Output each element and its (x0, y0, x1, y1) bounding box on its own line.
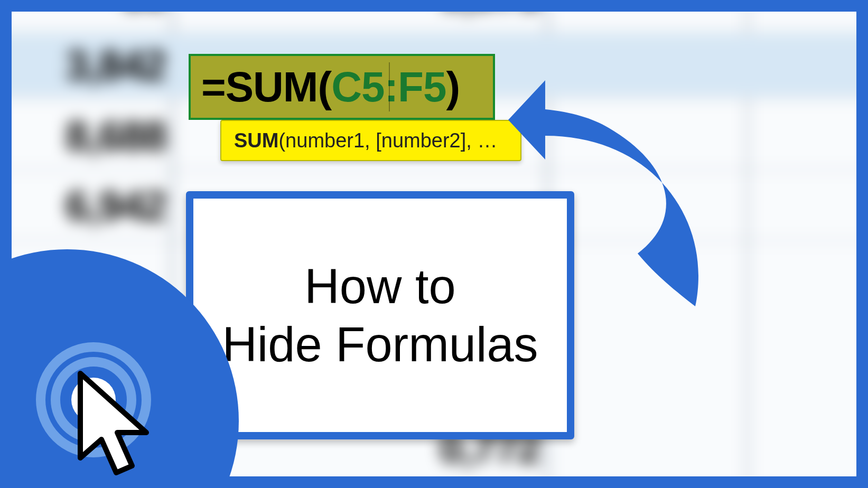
bg-cell: 60 (0, 0, 166, 18)
equals-sign: = (201, 63, 226, 111)
tooltip-args: (number1, [number2], … (278, 129, 497, 152)
bg-cell: 6,942 (0, 182, 166, 230)
title-card: How to Hide Formulas (186, 191, 574, 439)
bg-cell: 8,688 (0, 112, 166, 161)
tooltip-function-name: SUM (234, 129, 278, 152)
function-name: SUM (226, 63, 318, 111)
close-paren: ) (446, 63, 460, 111)
text-cursor (389, 62, 390, 111)
open-paren: ( (318, 63, 332, 111)
thumbnail-frame: 60 3,842 8,688 6,942 9,073 0,772 =SUM(C5… (0, 0, 868, 488)
title-line-2: Hide Formulas (222, 315, 538, 373)
formula-cell[interactable]: =SUM(C5:F5) (189, 54, 495, 120)
cursor-icon (64, 368, 165, 484)
title-line-1: How to (222, 257, 538, 315)
bg-cell: 9,073 (360, 0, 540, 18)
bg-cell: 3,842 (0, 41, 166, 90)
